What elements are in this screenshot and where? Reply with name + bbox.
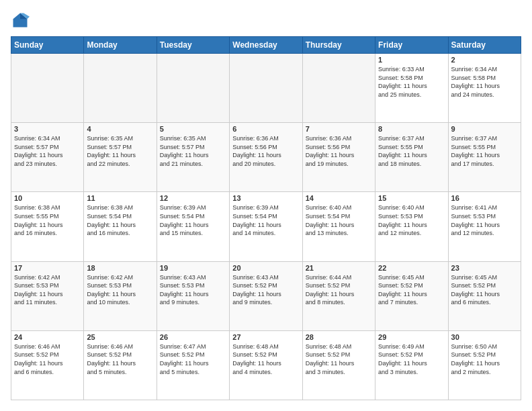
calendar-cell: 10Sunrise: 6:38 AM Sunset: 5:55 PM Dayli… [11, 192, 84, 261]
calendar-cell: 2Sunrise: 6:34 AM Sunset: 5:58 PM Daylig… [448, 54, 521, 123]
calendar-cell: 11Sunrise: 6:38 AM Sunset: 5:54 PM Dayli… [84, 192, 157, 261]
calendar-cell: 26Sunrise: 6:47 AM Sunset: 5:52 PM Dayli… [157, 330, 229, 400]
day-info: Sunrise: 6:43 AM Sunset: 5:52 PM Dayligh… [232, 273, 299, 307]
day-info: Sunrise: 6:36 AM Sunset: 5:56 PM Dayligh… [232, 134, 299, 168]
calendar-cell: 24Sunrise: 6:46 AM Sunset: 5:52 PM Dayli… [11, 330, 84, 400]
calendar-week-row: 1Sunrise: 6:33 AM Sunset: 5:58 PM Daylig… [11, 54, 521, 123]
day-number: 21 [306, 264, 372, 272]
calendar-week-row: 3Sunrise: 6:34 AM Sunset: 5:57 PM Daylig… [11, 123, 521, 192]
calendar-cell: 30Sunrise: 6:50 AM Sunset: 5:52 PM Dayli… [448, 330, 521, 400]
day-info: Sunrise: 6:44 AM Sunset: 5:52 PM Dayligh… [306, 273, 372, 307]
day-number: 28 [306, 333, 372, 341]
calendar-cell: 1Sunrise: 6:33 AM Sunset: 5:58 PM Daylig… [375, 54, 448, 123]
day-number: 15 [378, 194, 445, 202]
day-number: 25 [87, 333, 153, 341]
calendar-cell: 4Sunrise: 6:35 AM Sunset: 5:57 PM Daylig… [84, 123, 157, 192]
day-info: Sunrise: 6:40 AM Sunset: 5:54 PM Dayligh… [306, 203, 372, 237]
day-number: 6 [232, 125, 299, 133]
logo-icon [11, 11, 30, 30]
day-info: Sunrise: 6:39 AM Sunset: 5:54 PM Dayligh… [232, 203, 299, 237]
day-info: Sunrise: 6:47 AM Sunset: 5:52 PM Dayligh… [160, 342, 226, 376]
day-info: Sunrise: 6:46 AM Sunset: 5:52 PM Dayligh… [14, 342, 81, 376]
calendar-week-row: 17Sunrise: 6:42 AM Sunset: 5:53 PM Dayli… [11, 261, 521, 330]
day-number: 20 [232, 264, 299, 272]
day-info: Sunrise: 6:37 AM Sunset: 5:55 PM Dayligh… [451, 134, 518, 168]
calendar-cell: 29Sunrise: 6:49 AM Sunset: 5:52 PM Dayli… [375, 330, 448, 400]
day-number: 16 [451, 194, 518, 202]
day-number: 3 [14, 125, 81, 133]
weekday-header: Thursday [302, 37, 375, 54]
calendar-cell: 27Sunrise: 6:48 AM Sunset: 5:52 PM Dayli… [230, 330, 302, 400]
day-info: Sunrise: 6:42 AM Sunset: 5:53 PM Dayligh… [14, 273, 81, 307]
day-info: Sunrise: 6:36 AM Sunset: 5:56 PM Dayligh… [306, 134, 372, 168]
day-number: 1 [378, 56, 445, 64]
weekday-header-row: SundayMondayTuesdayWednesdayThursdayFrid… [11, 37, 521, 54]
calendar-cell: 7Sunrise: 6:36 AM Sunset: 5:56 PM Daylig… [302, 123, 375, 192]
day-number: 12 [160, 194, 226, 202]
day-number: 30 [451, 333, 518, 341]
logo [11, 11, 32, 30]
calendar-cell: 21Sunrise: 6:44 AM Sunset: 5:52 PM Dayli… [302, 261, 375, 330]
day-number: 5 [160, 125, 226, 133]
day-info: Sunrise: 6:45 AM Sunset: 5:52 PM Dayligh… [451, 273, 518, 307]
calendar-cell: 13Sunrise: 6:39 AM Sunset: 5:54 PM Dayli… [230, 192, 302, 261]
day-number: 19 [160, 264, 226, 272]
day-info: Sunrise: 6:43 AM Sunset: 5:53 PM Dayligh… [160, 273, 226, 307]
calendar-cell: 15Sunrise: 6:40 AM Sunset: 5:53 PM Dayli… [375, 192, 448, 261]
day-info: Sunrise: 6:40 AM Sunset: 5:53 PM Dayligh… [378, 203, 445, 237]
day-info: Sunrise: 6:34 AM Sunset: 5:58 PM Dayligh… [451, 65, 518, 99]
calendar-cell: 6Sunrise: 6:36 AM Sunset: 5:56 PM Daylig… [230, 123, 302, 192]
header [11, 11, 521, 30]
weekday-header: Monday [84, 37, 157, 54]
day-info: Sunrise: 6:45 AM Sunset: 5:52 PM Dayligh… [378, 273, 445, 307]
day-number: 27 [232, 333, 299, 341]
day-info: Sunrise: 6:41 AM Sunset: 5:53 PM Dayligh… [451, 203, 518, 237]
day-info: Sunrise: 6:50 AM Sunset: 5:52 PM Dayligh… [451, 342, 518, 376]
day-info: Sunrise: 6:33 AM Sunset: 5:58 PM Dayligh… [378, 65, 445, 99]
day-info: Sunrise: 6:35 AM Sunset: 5:57 PM Dayligh… [160, 134, 226, 168]
weekday-header: Tuesday [157, 37, 229, 54]
calendar-cell: 25Sunrise: 6:46 AM Sunset: 5:52 PM Dayli… [84, 330, 157, 400]
weekday-header: Friday [375, 37, 448, 54]
calendar-cell: 16Sunrise: 6:41 AM Sunset: 5:53 PM Dayli… [448, 192, 521, 261]
calendar-cell: 12Sunrise: 6:39 AM Sunset: 5:54 PM Dayli… [157, 192, 229, 261]
calendar-week-row: 10Sunrise: 6:38 AM Sunset: 5:55 PM Dayli… [11, 192, 521, 261]
weekday-header: Saturday [448, 37, 521, 54]
calendar-cell [11, 54, 84, 123]
calendar-week-row: 24Sunrise: 6:46 AM Sunset: 5:52 PM Dayli… [11, 330, 521, 400]
day-number: 24 [14, 333, 81, 341]
day-info: Sunrise: 6:48 AM Sunset: 5:52 PM Dayligh… [232, 342, 299, 376]
page: SundayMondayTuesdayWednesdayThursdayFrid… [0, 0, 532, 411]
day-info: Sunrise: 6:46 AM Sunset: 5:52 PM Dayligh… [87, 342, 153, 376]
day-number: 26 [160, 333, 226, 341]
day-number: 4 [87, 125, 153, 133]
day-number: 14 [306, 194, 372, 202]
calendar-cell: 17Sunrise: 6:42 AM Sunset: 5:53 PM Dayli… [11, 261, 84, 330]
weekday-header: Sunday [11, 37, 84, 54]
calendar-cell [230, 54, 302, 123]
calendar-cell: 20Sunrise: 6:43 AM Sunset: 5:52 PM Dayli… [230, 261, 302, 330]
calendar-cell: 8Sunrise: 6:37 AM Sunset: 5:55 PM Daylig… [375, 123, 448, 192]
day-number: 17 [14, 264, 81, 272]
day-info: Sunrise: 6:34 AM Sunset: 5:57 PM Dayligh… [14, 134, 81, 168]
day-number: 11 [87, 194, 153, 202]
weekday-header: Wednesday [230, 37, 302, 54]
calendar-cell: 19Sunrise: 6:43 AM Sunset: 5:53 PM Dayli… [157, 261, 229, 330]
day-number: 10 [14, 194, 81, 202]
calendar-cell: 9Sunrise: 6:37 AM Sunset: 5:55 PM Daylig… [448, 123, 521, 192]
day-info: Sunrise: 6:42 AM Sunset: 5:53 PM Dayligh… [87, 273, 153, 307]
day-info: Sunrise: 6:38 AM Sunset: 5:54 PM Dayligh… [87, 203, 153, 237]
calendar-cell: 3Sunrise: 6:34 AM Sunset: 5:57 PM Daylig… [11, 123, 84, 192]
day-number: 9 [451, 125, 518, 133]
calendar-cell: 22Sunrise: 6:45 AM Sunset: 5:52 PM Dayli… [375, 261, 448, 330]
day-number: 29 [378, 333, 445, 341]
day-number: 7 [306, 125, 372, 133]
day-info: Sunrise: 6:49 AM Sunset: 5:52 PM Dayligh… [378, 342, 445, 376]
day-info: Sunrise: 6:48 AM Sunset: 5:52 PM Dayligh… [306, 342, 372, 376]
calendar-cell: 28Sunrise: 6:48 AM Sunset: 5:52 PM Dayli… [302, 330, 375, 400]
day-number: 8 [378, 125, 445, 133]
day-info: Sunrise: 6:37 AM Sunset: 5:55 PM Dayligh… [378, 134, 445, 168]
calendar-cell: 23Sunrise: 6:45 AM Sunset: 5:52 PM Dayli… [448, 261, 521, 330]
calendar-cell [157, 54, 229, 123]
day-number: 23 [451, 264, 518, 272]
